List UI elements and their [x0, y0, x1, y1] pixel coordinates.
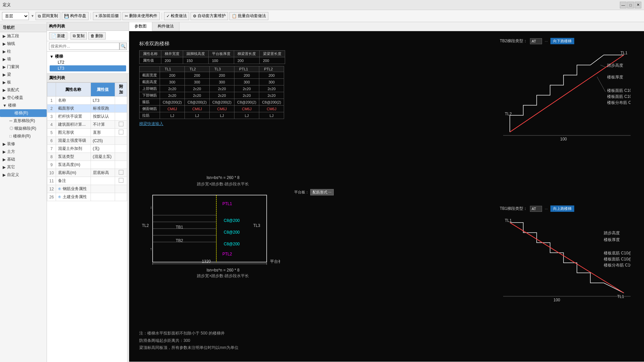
delete-comp-icon: 🗑: [91, 34, 95, 38]
sidebar-item-column[interactable]: ▶ 柱: [0, 48, 47, 55]
tb2-label: TB2梯段类型：: [500, 38, 527, 44]
prop-add-5[interactable]: [115, 129, 127, 137]
tb1-rebar3: 楼板分布筋 C10@200: [604, 263, 631, 267]
formula-bottom-text: lsn=bs*n = 260 * 8: [207, 268, 239, 273]
prop-value-5[interactable]: 直形: [91, 129, 115, 137]
table-row: 4 建筑面积计算... 不计算: [47, 121, 127, 129]
minimize-button[interactable]: —: [620, 2, 627, 8]
title-bar-controls: — □ ✕: [620, 2, 641, 8]
prop-value-11[interactable]: [91, 177, 115, 185]
props-data-table: 属性名称 属性值 附加 1 名称 LT3 2: [47, 82, 127, 201]
rect-stair-label: 直形梯段(R): [13, 118, 35, 123]
prop-value-1[interactable]: LT3: [91, 97, 115, 105]
rebar2-text: C8@200: [224, 230, 240, 235]
sidebar-item-beam[interactable]: ▶ 梁: [0, 71, 47, 78]
batch-auto-button[interactable]: 📋 批量自动套做法: [229, 12, 268, 20]
prop-value-4[interactable]: 不计算: [91, 121, 115, 129]
delete-comp-button[interactable]: 🗑 删除: [88, 32, 106, 40]
cad-drawing-area: 标准双跑楼梯 属性名称 梯井宽度 踢脚线高度 平台板厚度 梯梁置长度 梁梁置长度: [129, 31, 644, 362]
prop-value-10[interactable]: 层底标高: [91, 169, 115, 177]
sidebar-item-earthwork[interactable]: ▶ 土方: [0, 148, 47, 156]
floor-selector[interactable]: 首层: [2, 12, 29, 20]
earthwork-label: 土方: [7, 149, 15, 155]
prop-value-3[interactable]: 按默认认: [91, 113, 115, 121]
assembly-arrow-icon: ▶: [3, 88, 6, 93]
add-prefix-label: 添加前后缀: [99, 13, 119, 19]
door-window-arrow-icon: ▶: [3, 65, 6, 69]
tb1-direction-button[interactable]: 向上跑楼梯: [550, 205, 574, 212]
checkbox-11[interactable]: [119, 178, 123, 183]
tab-params[interactable]: 参数图: [129, 22, 152, 31]
sidebar-item-wall[interactable]: ▶ 墙: [0, 55, 47, 63]
sidebar-item-spiral-stair[interactable]: ◎ 螺旋梯段(R): [0, 125, 47, 132]
table-row: 7 混凝土外加剂 (无): [47, 145, 127, 153]
copy-comp-label: 复制: [76, 33, 85, 39]
prop-add-10[interactable]: [115, 169, 127, 177]
comp-search-input[interactable]: [49, 43, 119, 50]
sidebar-item-assembly[interactable]: ▶ 装配式: [0, 86, 47, 94]
quick-input-link[interactable]: 梯梁快速输入: [139, 121, 285, 127]
sidebar-item-stair-well[interactable]: □ 楼梯井(R): [0, 132, 47, 140]
prop-value-7[interactable]: (无): [91, 145, 115, 153]
tab-method[interactable]: 构件做法: [152, 22, 179, 31]
remove-unused-button[interactable]: ✂ 删除未使用构件: [122, 12, 160, 20]
sidebar-item-other[interactable]: ▶ 其它: [0, 163, 47, 171]
check-method-icon: ✓: [166, 14, 170, 18]
custom-arrow-icon: ▶: [3, 173, 6, 177]
prop-value-6[interactable]: (C25): [91, 137, 115, 145]
prop-name-12[interactable]: ⊕ 钢筋业务属性: [56, 185, 91, 193]
prop-add-4[interactable]: [115, 121, 127, 129]
prop-value-8[interactable]: (混凝土泵): [91, 153, 115, 161]
tb2-dots: ···: [545, 39, 548, 43]
sidebar-item-axis[interactable]: ▶ 轴线: [0, 40, 47, 48]
tb2-text: TB2: [176, 238, 183, 243]
tl2-label: TL2: [142, 223, 149, 228]
prop-value-2[interactable]: 标准双跑: [91, 105, 115, 113]
sidebar-item-stair-r[interactable]: △ 楼梯(R): [0, 109, 47, 117]
custom-label: 自定义: [7, 172, 19, 178]
tb1-label: TB1梯段类型：: [500, 206, 527, 212]
main-toolbar: 首层 ▼ ⧉ 层间复制 💾 构件存盘 + 添加前后缀 ✂ 删除未使用构件 ✓ 检…: [0, 10, 644, 22]
sidebar-item-foundation[interactable]: ▶ 基础: [0, 156, 47, 163]
quick-input-text[interactable]: 梯梁快速输入: [139, 121, 163, 126]
close-button[interactable]: ✕: [635, 2, 641, 8]
comp-item-lt2[interactable]: LT2: [50, 59, 126, 65]
prop-add-11[interactable]: [115, 177, 127, 185]
comp-search-button[interactable]: 🔍: [119, 43, 127, 50]
cad-content: 标准双跑楼梯 属性名称 梯井宽度 踢脚线高度 平台板厚度 梯梁置长度 梁梁置长度: [129, 31, 644, 362]
row-num-12: 12: [47, 185, 56, 193]
sidebar-item-slab[interactable]: ▶ 板: [0, 78, 47, 86]
prop-name-1: 名称: [56, 97, 91, 105]
checkbox-10[interactable]: [119, 170, 123, 175]
stairs-group-arrow-icon: ▼: [50, 54, 54, 59]
left-panels: 构件列表 📄 新建 ⧉ 复制 🗑 删除 🔍: [47, 22, 129, 362]
auto-maintain-icon: ⚙: [193, 14, 197, 18]
sidebar-item-rect-stair[interactable]: ═ 直形梯段(R): [0, 117, 47, 125]
save-comp-button[interactable]: 💾 构件存盘: [62, 12, 89, 20]
new-comp-button[interactable]: 📄 新建: [49, 32, 67, 40]
sidebar-item-decoration[interactable]: ▶ 装修: [0, 140, 47, 148]
sidebar-item-door-window[interactable]: ▶ 门窗洞: [0, 63, 47, 71]
sidebar-item-stairs[interactable]: ▼ 楼梯: [0, 102, 47, 109]
tb1-select[interactable]: [530, 206, 542, 212]
platform-btn[interactable]: 配筋形式 ···: [310, 189, 334, 195]
checkbox-4[interactable]: [119, 122, 123, 126]
maximize-button[interactable]: □: [627, 2, 634, 8]
prop-value-9[interactable]: [91, 161, 115, 169]
copy-floor-button[interactable]: ⧉ 层间复制: [36, 12, 60, 20]
add-prefix-button[interactable]: + 添加前后缀: [93, 12, 121, 20]
sidebar-item-custom[interactable]: ▶ 自定义: [0, 171, 47, 179]
checkbox-5[interactable]: [119, 130, 123, 134]
copy-comp-button[interactable]: ⧉ 复制: [70, 32, 87, 40]
tb2-select[interactable]: [530, 38, 542, 44]
comp-item-lt3[interactable]: LT3: [50, 65, 126, 71]
auto-maintain-button[interactable]: ⚙ 自动套方案维护: [191, 12, 228, 20]
lt3-label: LT3: [58, 66, 64, 71]
prop-name-26[interactable]: ⊕ 土建业务属性: [56, 193, 91, 201]
tl1-detail-label: TL1: [621, 51, 628, 55]
tl1-right-label: TL1: [617, 294, 624, 299]
check-method-button[interactable]: ✓ 检查做法: [164, 12, 189, 20]
sidebar-item-phase[interactable]: ▶ 施工段: [0, 32, 47, 40]
tb2-direction-button[interactable]: 向下跑楼梯: [550, 38, 574, 44]
sidebar-item-hollow[interactable]: ▶ 空心楼盖: [0, 94, 47, 102]
